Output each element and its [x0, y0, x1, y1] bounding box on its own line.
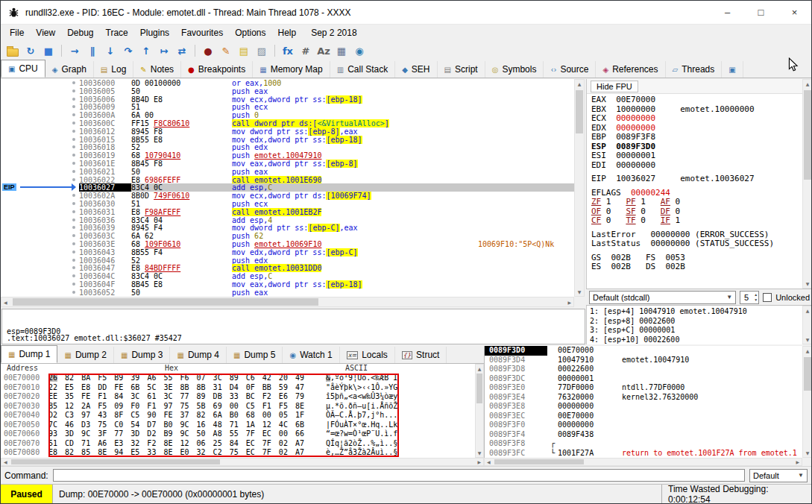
tab-script[interactable]: ▤Script — [438, 61, 485, 78]
disasm-row[interactable]: 1003604C83C4 0Cadd esp,C — [1, 272, 574, 280]
tab-threads[interactable]: ▱Threads — [666, 61, 723, 78]
scroll-left-icon[interactable]: ◀ — [4, 297, 7, 306]
run-icon[interactable]: → — [67, 44, 82, 57]
scroll-left-icon[interactable]: ◀ — [487, 459, 491, 465]
tab-notes[interactable]: ✎Notes — [133, 61, 181, 78]
restart-icon[interactable]: ↻ — [23, 44, 38, 57]
run-to-user-code-icon[interactable]: ↦ — [157, 44, 171, 57]
menu-debug[interactable]: Debug — [61, 26, 99, 40]
menu-view[interactable]: View — [30, 26, 61, 40]
stack-row[interactable]: 0089F3DC00000001 — [485, 374, 802, 384]
breakpoint-dot-icon[interactable] — [72, 259, 75, 262]
scroll-left-icon[interactable]: ◀ — [4, 459, 7, 465]
close-button[interactable]: × — [778, 1, 811, 24]
scroll-up-icon[interactable]: ▲ — [803, 80, 812, 88]
dump-row[interactable]: 00E7001022 E5 E8 DD FE 6B 5C 3E 8B 8B 31… — [1, 383, 475, 393]
breakpoint-dot-icon[interactable] — [72, 138, 75, 141]
scroll-down-icon[interactable]: ▼ — [575, 288, 584, 296]
disasm-row[interactable]: 1003603683C4 04add esp,4 — [1, 216, 574, 224]
tab-log[interactable]: ▤Log — [94, 61, 133, 78]
breakpoint-dot-icon[interactable] — [72, 178, 75, 181]
breakpoint-dot-icon[interactable] — [72, 154, 75, 157]
tab-cpu[interactable]: ▣CPU — [1, 60, 45, 78]
step-over-icon[interactable]: ↷ — [121, 44, 136, 57]
dump-row[interactable]: 00E70080E8 82 85 8E 94 E5 33 8E E0 32 C2… — [1, 448, 475, 458]
scroll-up-icon[interactable]: ▲ — [803, 347, 812, 355]
registers-panel[interactable]: Hide FPU EAX 00E70000EBX 10000000 emotet… — [586, 79, 802, 289]
breakpoint-dot-icon[interactable] — [72, 202, 75, 205]
breakpoint-dot-icon[interactable] — [72, 218, 75, 221]
dump-row[interactable]: 00E7007051 CD 71 A6 E3 32 F2 8E 12 06 25… — [1, 439, 475, 449]
menu-options[interactable]: Options — [229, 26, 271, 40]
disasm-row[interactable]: 1003603051push ecx — [1, 200, 574, 208]
hash-icon[interactable]: # — [298, 44, 313, 57]
hide-fpu-button[interactable]: Hide FPU — [591, 81, 638, 92]
menu-plugins[interactable]: Plugins — [134, 26, 175, 40]
breakpoint-dot-icon[interactable] — [72, 242, 75, 245]
tab-call-stack[interactable]: ▥Call Stack — [330, 61, 395, 78]
tab-graph[interactable]: ◈Graph — [45, 61, 94, 78]
menu-help[interactable]: Help — [272, 26, 303, 40]
disasm-row[interactable]: 10036031E8 F98AFEFFcall emotet.1001EB2F — [1, 208, 574, 216]
breakpoint-dot-icon[interactable] — [72, 226, 75, 229]
stack-panel[interactable]: 0089F3D000E700000089F3D410047910emotet.1… — [484, 346, 802, 458]
command-input[interactable] — [53, 469, 745, 482]
disasm-row[interactable]: 1003601968 10790410push emotet.10047910 — [1, 151, 574, 160]
breakpoint-dot-icon[interactable] — [72, 105, 75, 108]
scroll-thumb[interactable] — [11, 459, 220, 464]
breakpoint-dot-icon[interactable] — [72, 130, 75, 133]
scroll-right-icon[interactable]: ▶ — [567, 297, 571, 306]
menu-trace[interactable]: Trace — [100, 26, 134, 40]
step-out-icon[interactable]: ↑ — [139, 44, 154, 57]
dump-row[interactable]: 00E70040D2 C3 97 43 8F C5 90 FE 37 82 6A… — [1, 411, 475, 420]
scroll-down-icon[interactable]: ▼ — [803, 336, 812, 344]
disasm-row[interactable]: 100360398945 F4mov dword ptr ss:[ebp-C],… — [1, 224, 574, 232]
argument-row[interactable]: 2: [esp+8] 00022600 — [587, 317, 802, 327]
stop-icon[interactable]: ■ — [41, 44, 56, 57]
breakpoint-dot-icon[interactable] — [72, 234, 75, 237]
disasm-horizontal-scrollbar[interactable]: ◀ ▶ — [1, 297, 574, 307]
disasm-row[interactable]: 1003602A8B0D 749F0610mov ecx,dword ptr d… — [1, 192, 574, 200]
stack-row[interactable]: 0089F3F8┌ — [485, 439, 802, 449]
tab-seh[interactable]: ◆SEH — [395, 61, 437, 78]
stack-row[interactable]: 0089F3E077DF0000ntdll.77DF0000 — [485, 383, 802, 393]
scroll-thumb[interactable] — [576, 90, 583, 133]
breakpoint-dot-icon[interactable] — [72, 81, 75, 84]
stack-row[interactable]: 0089F3D800022600 — [485, 365, 802, 374]
unlocked-checkbox[interactable] — [763, 293, 772, 302]
disasm-row[interactable]: 100360158B55 E8mov edx,dword ptr ss:[ebp… — [1, 136, 574, 144]
breakpoint-dot-icon[interactable] — [72, 89, 75, 92]
spinner-arrows-icon[interactable]: ▲▼ — [754, 292, 758, 303]
disasm-row[interactable]: 100360068B4D E8mov ecx,dword ptr ss:[ebp… — [1, 95, 574, 104]
stack-row[interactable]: 0089F3E476320000kernel32.76320000 — [485, 393, 802, 403]
registers-scrollbar[interactable]: ▲ ▼ — [802, 79, 812, 289]
disasm-row[interactable]: EIP1003602783C4 0Cadd esp,C — [1, 183, 574, 192]
breakpoint-icon[interactable]: ● — [201, 44, 215, 57]
scroll-right-icon[interactable]: ▶ — [796, 459, 799, 465]
functions-icon[interactable]: fx — [280, 44, 295, 57]
breakpoint-dot-icon[interactable] — [72, 291, 75, 294]
dump-vertical-scrollbar[interactable]: ▲ ▼ — [475, 364, 484, 458]
scroll-thumb[interactable] — [804, 357, 811, 391]
stack-row[interactable]: 0089F3D410047910emotet.10047910 — [485, 356, 802, 365]
disasm-row[interactable]: 1003601852push edx — [1, 143, 574, 151]
attach-icon[interactable]: ▨ — [254, 44, 269, 57]
disasm-row[interactable]: 1003604F8B45 E8mov eax,dword ptr ss:[ebp… — [1, 280, 574, 289]
arguments-scrollbar[interactable]: ▲ ▼ — [802, 306, 812, 344]
scroll-up-icon[interactable]: ▲ — [803, 306, 812, 315]
dump-row[interactable]: 00E700507C 46 D3 75 C0 54 D7 B0 9C 16 48… — [1, 420, 475, 430]
disasm-row[interactable]: 100360000D 00100000or eax,1000 — [1, 79, 574, 87]
disasm-row[interactable]: 100360128945 F8mov dword ptr ss:[ebp-8],… — [1, 127, 574, 136]
scroll-down-icon[interactable]: ▼ — [476, 449, 483, 457]
disasm-row[interactable]: 10036047E8 84BDFFFFcall emotet.10031DD0 — [1, 264, 574, 272]
disasm-row[interactable]: 1003600550push eax — [1, 87, 574, 95]
command-mode-select[interactable]: Default ▼ — [749, 469, 808, 482]
tab-dump-4[interactable]: ▦Dump 4 — [170, 347, 226, 363]
tab-symbols[interactable]: ◎Symbols — [485, 61, 544, 78]
patch-icon[interactable]: ✎ — [218, 44, 233, 57]
disasm-row[interactable]: 1003605250push eax — [1, 289, 574, 297]
argument-row[interactable]: 3: [esp+C] 00000001 — [587, 326, 802, 336]
tab-struct[interactable]: {}Struct — [395, 347, 447, 363]
disasm-row[interactable]: 1003603C6A 62push 62 — [1, 232, 574, 240]
disasm-row[interactable]: 1003600CFF15 F8C80610call dword ptr ds:[… — [1, 119, 574, 127]
